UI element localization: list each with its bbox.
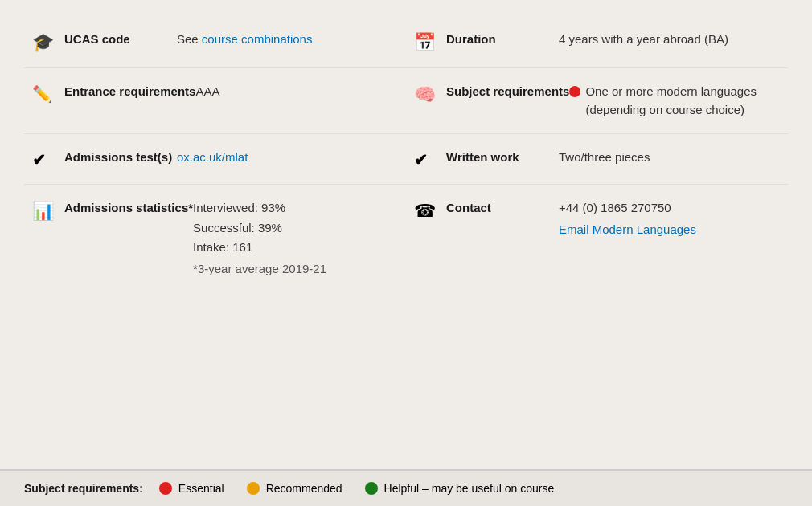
check-icon-2: ✔	[414, 150, 446, 169]
stat-successful: Successful: 39%	[193, 219, 398, 238]
subject-req-text: One or more modern languages (depending …	[585, 83, 780, 119]
legend-recommended: Recommended	[247, 482, 342, 495]
subject-req-cell: 🧠 Subject requirements One or more moder…	[406, 68, 788, 134]
contact-cell: ☎ Contact +44 (0) 1865 270750 Email Mode…	[406, 185, 788, 294]
helpful-text: Helpful – may be useful on course	[384, 482, 555, 495]
course-combinations-link[interactable]: course combinations	[202, 32, 313, 46]
admissions-stats-values: Interviewed: 93% Successful: 39% Intake:…	[193, 199, 398, 280]
footer: Subject requirements: Essential Recommen…	[0, 469, 812, 506]
recommended-dot	[247, 482, 260, 495]
written-work-value: Two/three pieces	[559, 149, 780, 167]
subject-req-value: One or more modern languages (depending …	[569, 83, 780, 119]
legend-essential: Essential	[159, 482, 224, 495]
ucas-value: See course combinations	[177, 31, 398, 49]
ucas-see-text: See	[177, 32, 202, 46]
contact-body: Contact +44 (0) 1865 270750 Email Modern…	[446, 199, 780, 239]
entrance-value: AAA	[195, 83, 398, 101]
subject-label: Subject requirements	[446, 83, 569, 100]
stats-block: Interviewed: 93% Successful: 39% Intake:…	[193, 199, 398, 278]
written-work-body: Written work Two/three pieces	[446, 149, 780, 167]
admissions-test-body: Admissions test(s) ox.ac.uk/mlat	[64, 149, 398, 167]
duration-label: Duration	[446, 31, 559, 47]
phone-icon: ☎	[414, 201, 446, 222]
ucas-label: UCAS code	[64, 31, 177, 47]
ucas-body: UCAS code See course combinations	[64, 31, 398, 49]
stat-interviewed: Interviewed: 93%	[193, 199, 398, 218]
mlat-link[interactable]: ox.ac.uk/mlat	[177, 150, 248, 164]
entrance-label: Entrance requirements	[64, 83, 195, 100]
legend-helpful: Helpful – may be useful on course	[365, 482, 555, 495]
contact-value: +44 (0) 1865 270750 Email Modern Languag…	[559, 199, 780, 239]
contact-label: Contact	[446, 199, 559, 216]
helpful-dot	[365, 482, 378, 495]
admissions-stats-body: Admissions statistics* Interviewed: 93% …	[64, 199, 398, 280]
calendar-icon: 📅	[414, 32, 446, 53]
written-work-label: Written work	[446, 149, 559, 165]
stats-note: *3-year average 2019-21	[193, 260, 398, 279]
subject-value: One or more modern languages (depending …	[569, 83, 780, 119]
duration-value: 4 years with a year abroad (BA)	[559, 31, 780, 49]
check-icon-1: ✔	[32, 150, 64, 169]
red-dot-indicator	[569, 86, 580, 97]
admissions-test-label: Admissions test(s)	[64, 149, 177, 165]
entrance-body: Entrance requirements AAA	[64, 83, 398, 101]
admissions-test-cell: ✔ Admissions test(s) ox.ac.uk/mlat	[24, 134, 406, 185]
stat-intake: Intake: 161	[193, 239, 398, 257]
admissions-stats-cell: 📊 Admissions statistics* Interviewed: 93…	[24, 185, 406, 294]
info-grid: 🎓 UCAS code See course combinations 📅 Du…	[24, 16, 788, 294]
chart-icon: 📊	[32, 201, 64, 222]
essential-dot	[159, 482, 172, 495]
recommended-text: Recommended	[266, 482, 342, 495]
ucas-code-cell: 🎓 UCAS code See course combinations	[24, 16, 406, 68]
duration-body: Duration 4 years with a year abroad (BA)	[446, 31, 780, 49]
subject-body: Subject requirements One or more modern …	[446, 83, 780, 119]
main-content: 🎓 UCAS code See course combinations 📅 Du…	[0, 0, 812, 469]
entrance-req-cell: ✏️ Entrance requirements AAA	[24, 68, 406, 134]
admissions-stats-label: Admissions statistics*	[64, 199, 193, 216]
admissions-test-value: ox.ac.uk/mlat	[177, 149, 398, 167]
contact-phone: +44 (0) 1865 270750	[559, 199, 780, 218]
duration-cell: 📅 Duration 4 years with a year abroad (B…	[406, 16, 788, 68]
essential-text: Essential	[178, 482, 224, 495]
email-modern-languages-link[interactable]: Email Modern Languages	[559, 222, 696, 236]
footer-label: Subject requirements:	[24, 482, 143, 495]
written-work-cell: ✔ Written work Two/three pieces	[406, 134, 788, 185]
graduation-icon: 🎓	[32, 32, 64, 53]
pencil-icon: ✏️	[32, 84, 64, 104]
brain-icon: 🧠	[414, 84, 446, 105]
